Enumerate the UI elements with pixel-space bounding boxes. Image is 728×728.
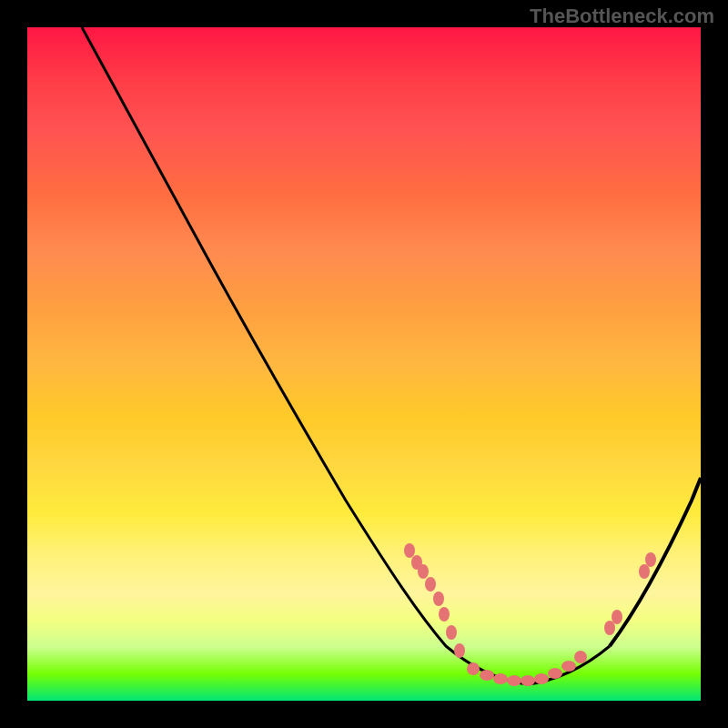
data-point [574, 651, 587, 663]
data-point [493, 673, 508, 684]
data-point [446, 625, 457, 640]
data-point [433, 592, 444, 606]
watermark-text: TheBottleneck.com [530, 5, 714, 28]
data-point [404, 543, 415, 558]
data-point [561, 661, 576, 672]
data-point [480, 670, 494, 681]
data-point [454, 643, 465, 658]
data-point [639, 564, 650, 579]
data-point [548, 668, 562, 679]
data-point [507, 675, 521, 686]
data-point [439, 607, 450, 622]
data-point [521, 675, 535, 686]
data-point [467, 662, 480, 675]
data-point [612, 610, 622, 624]
bottleneck-curve-left [82, 27, 610, 684]
chart-plot-area [27, 27, 701, 701]
data-point [425, 577, 436, 592]
data-point [534, 673, 549, 684]
data-point [645, 552, 656, 567]
data-point [418, 564, 429, 579]
chart-svg [27, 27, 701, 701]
data-point [604, 621, 615, 635]
